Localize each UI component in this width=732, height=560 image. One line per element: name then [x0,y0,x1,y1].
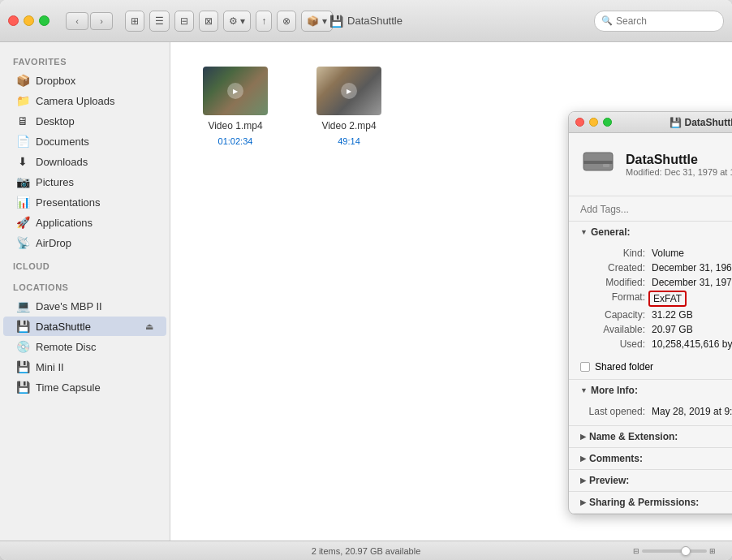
sidebar-item-label: Presentations [36,196,101,209]
shared-folder-label: Shared folder [595,361,653,373]
preview-section: ▶ Preview: [569,470,732,492]
sidebar-item-dropbox[interactable]: 📦 Dropbox [3,71,166,90]
file-item-video2[interactable]: ▶ Video 2.mp4 49:14 [308,67,390,146]
camera-uploads-icon: 📁 [16,94,29,107]
sidebar-item-pictures[interactable]: 📷 Pictures [3,172,166,192]
format-label: Format: [580,291,645,303]
dropbox-button[interactable]: 📦 ▾ [301,11,332,32]
file-name: Video 2.mp4 [321,120,376,131]
minimize-button[interactable] [24,15,34,26]
last-opened-row: Last opened: May 28, 2019 at 9:40 AM [580,404,732,419]
sidebar-item-presentations[interactable]: 📊 Presentations [3,192,166,212]
created-label: Created: [580,262,645,274]
list-view-button[interactable]: ☰ [149,11,170,32]
zoom-slider[interactable]: ⊟ ⊞ [633,547,716,555]
file-duration: 01:02:34 [218,136,253,146]
shared-folder-row: Shared folder [569,358,732,379]
icloud-header: iCloud [0,253,170,274]
sidebar-item-applications[interactable]: 🚀 Applications [3,213,166,232]
info-maximize-button[interactable] [603,118,612,127]
more-info-section: ▼ More Info: Last opened: May 28, 2019 a… [569,380,732,426]
statusbar-wrap: 2 items, 20.97 GB available ⊟ ⊞ [0,546,732,556]
sidebar-item-label: Downloads [36,156,88,168]
gallery-view-button[interactable]: ⊠ [199,11,218,32]
kind-row: Kind: Volume [580,246,732,261]
more-info-header[interactable]: ▼ More Info: [569,380,732,401]
file-item-video1[interactable]: ▶ Video 1.mp4 01:02:34 [195,67,276,146]
tag-button[interactable]: ⊗ [277,11,296,32]
name-extension-section: ▶ Name & Extension: [569,426,732,448]
sidebar-item-desktop[interactable]: 🖥 Desktop [3,111,166,131]
sidebar-item-mini-ii[interactable]: 💾 Mini II [3,357,166,377]
sidebar-item-remote-disc[interactable]: 💿 Remote Disc [3,337,166,356]
search-bar[interactable]: 🔍 [594,11,724,32]
sidebar-item-camera-uploads[interactable]: 📁 Camera Uploads [3,91,166,110]
dropbox-icon: 📦 [16,74,29,87]
sidebar-item-datashuttle[interactable]: 💾 DataShuttle ⏏ [3,317,166,336]
applications-icon: 🚀 [16,216,29,229]
sidebar-item-time-capsule[interactable]: 💾 Time Capsule [3,377,166,397]
sidebar-item-documents[interactable]: 📄 Documents [3,131,166,151]
name-extension-header[interactable]: ▶ Name & Extension: [569,426,732,447]
created-value: December 31, 1969 at 5:00 PM [652,262,732,274]
info-minimize-button[interactable] [589,118,598,127]
forward-button[interactable]: › [90,12,113,30]
used-value: 10,258,415,616 bytes (10.26 GB on disk) [652,338,732,350]
format-value: ExFAT [648,291,687,307]
slider-thumb[interactable] [681,546,691,556]
info-titlebar: 💾 DataShuttle Info [569,112,732,133]
kind-value: Volume [652,248,684,259]
sidebar-item-label: Pictures [36,176,74,188]
chevron-right-icon: ▶ [580,454,586,463]
sidebar-item-label: Remote Disc [36,341,96,353]
back-button[interactable]: ‹ [66,12,88,30]
preview-header[interactable]: ▶ Preview: [569,470,732,491]
created-row: Created: December 31, 1969 at 5:00 PM [580,261,732,275]
sidebar-item-downloads[interactable]: ⬇ Downloads [3,152,166,171]
sharing-section: ▶ Sharing & Permissions: [569,492,732,514]
capacity-row: Capacity: 31.22 GB [580,308,732,322]
close-button[interactable] [8,15,19,26]
capacity-value: 31.22 GB [652,309,693,321]
capacity-label: Capacity: [580,309,645,321]
sidebar-item-label: Mini II [36,361,64,373]
file-duration: 49:14 [338,136,360,146]
icon-view-button[interactable]: ⊞ [125,11,144,32]
sidebar-item-label: Dropbox [36,75,75,87]
chevron-right-icon: ▶ [580,433,586,441]
sidebar-item-daves-mbp[interactable]: 💻 Dave's MBP II [3,296,166,316]
search-icon: 🔍 [601,15,613,26]
column-view-button[interactable]: ⊟ [174,11,194,32]
sidebar-item-label: Applications [36,217,93,229]
info-drive-icon [580,143,616,186]
sidebar-item-label: AirDrop [36,237,71,249]
traffic-lights [8,15,50,26]
sharing-header[interactable]: ▶ Sharing & Permissions: [569,492,732,513]
chevron-down-icon: ▼ [580,228,588,236]
title-drive-icon: 💾 [329,15,343,28]
action-button[interactable]: ⚙ ▾ [223,11,251,32]
general-section-header[interactable]: ▼ General: [569,222,732,243]
comments-header[interactable]: ▶ Comments: [569,448,732,469]
share-button[interactable]: ↑ [256,11,272,32]
main-content: Favorites 📦 Dropbox 📁 Camera Uploads 🖥 D… [0,42,732,541]
tags-input[interactable] [580,204,732,215]
info-tags[interactable] [569,196,732,222]
nav-buttons: ‹ › [66,12,113,30]
used-label: Used: [580,338,645,350]
sidebar-item-label: Documents [36,136,89,148]
eject-icon[interactable]: ⏏ [145,321,153,332]
sidebar-item-airdrop[interactable]: 📡 AirDrop [3,233,166,252]
zoom-out-icon: ⊟ [633,547,639,555]
maximize-button[interactable] [39,15,50,26]
last-opened-label: Last opened: [580,406,645,417]
info-close-button[interactable] [575,118,584,127]
shared-folder-checkbox[interactable] [580,362,590,372]
modified-value: December 31, 1979 at 11:00 PM [652,277,732,288]
available-label: Available: [580,324,645,335]
info-header: DataShuttle Modified: Dec 31, 1979 at 11… [569,133,732,196]
sidebar-item-label: Desktop [36,115,75,127]
search-input[interactable] [616,15,717,27]
titlebar: ‹ › ⊞ ☰ ⊟ ⊠ ⚙ ▾ ↑ ⊗ 📦 ▾ 💾 DataShuttle 🔍 [0,0,732,42]
favorites-header: Favorites [0,49,170,70]
